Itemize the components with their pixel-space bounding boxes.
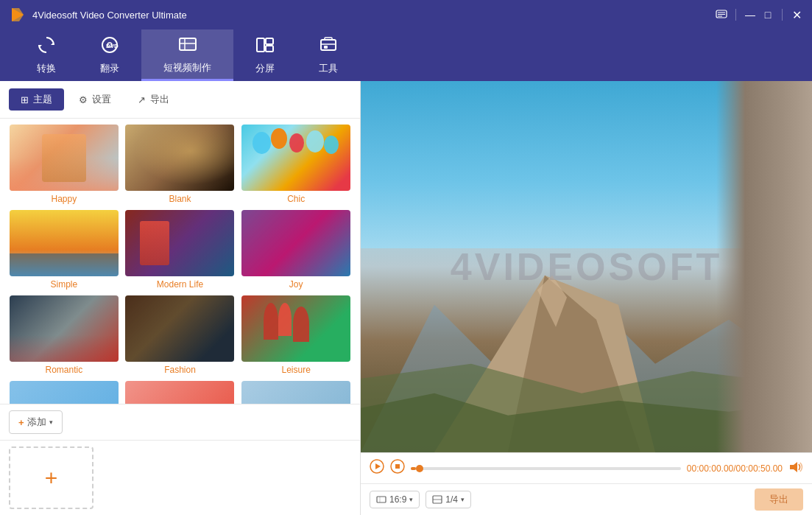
theme-joy-thumb [241, 210, 350, 276]
tab-theme[interactable]: ⊞ 主题 [9, 88, 64, 111]
theme-grid: Happy Blank [9, 125, 351, 404]
nav-dvd-label: 翻录 [100, 62, 119, 75]
theme-simple-label: Simple [50, 279, 77, 290]
controls-bar: 00:00:00.00/00:00:50.00 [361, 452, 812, 483]
theme-more3[interactable] [241, 381, 351, 404]
separator2 [782, 9, 783, 21]
svg-rect-12 [180, 38, 196, 50]
ratio-icon [376, 494, 386, 505]
tab-theme-label: 主题 [33, 93, 52, 106]
svg-rect-33 [377, 497, 386, 502]
theme-happy-thumb [10, 125, 119, 191]
theme-happy[interactable]: Happy [9, 125, 119, 204]
ratio-arrow: ▾ [409, 496, 413, 503]
close-button[interactable]: ✕ [790, 8, 803, 21]
nav-convert-label: 转换 [37, 62, 56, 75]
plus-icon: + [18, 417, 24, 428]
export-button[interactable]: 导出 [755, 488, 803, 511]
theme-modernlife[interactable]: Modern Life [125, 210, 236, 290]
progress-fill [411, 467, 416, 470]
volume-button[interactable] [788, 460, 803, 477]
add-btn-label: 添加 [27, 416, 46, 429]
video-watermark: 4VIDEOSOFT [451, 245, 722, 289]
theme-joy-label: Joy [289, 279, 303, 290]
svg-rect-15 [257, 38, 264, 52]
svg-marker-32 [790, 462, 797, 472]
left-panel: ⊞ 主题 ⚙ 设置 ↗ 导出 [0, 81, 361, 515]
chat-button[interactable] [715, 8, 728, 21]
video-preview: 4VIDEOSOFT [361, 81, 812, 452]
minimize-button[interactable]: — [744, 8, 757, 21]
tools-icon [319, 35, 338, 59]
theme-more2-thumb [125, 381, 234, 404]
segment-arrow: ▾ [461, 496, 465, 503]
nav-splitscreen[interactable]: 分屏 [233, 29, 297, 81]
theme-more1-thumb [10, 381, 119, 404]
svg-marker-29 [375, 463, 381, 469]
theme-modernlife-label: Modern Life [157, 279, 203, 290]
right-panel: 4VIDEOSOFT 00:00:00.00/00:00: [361, 81, 812, 515]
nav-splitscreen-label: 分屏 [255, 62, 275, 75]
add-button[interactable]: + 添加 ▾ [9, 410, 63, 434]
add-arrow-icon: ▾ [49, 418, 53, 426]
app-title: 4Videosoft Video Converter Ultimate [32, 10, 715, 21]
nav-dvd[interactable]: DVD 翻录 [78, 29, 141, 81]
theme-grid-container: Happy Blank [0, 119, 360, 404]
theme-chic[interactable]: Chic [241, 125, 351, 204]
theme-more3-thumb [241, 381, 350, 404]
theme-leisure-thumb [241, 295, 350, 362]
theme-simple[interactable]: Simple [9, 210, 119, 290]
media-add-box[interactable]: + [9, 446, 93, 509]
svg-marker-1 [12, 8, 24, 21]
theme-fashion-thumb [125, 295, 234, 362]
progress-dot [416, 465, 423, 472]
theme-simple-thumb [10, 210, 119, 276]
nav-convert[interactable]: 转换 [15, 29, 78, 81]
stop-button[interactable] [390, 459, 405, 477]
theme-blank-label: Blank [169, 194, 191, 204]
theme-romantic[interactable]: Romantic [9, 295, 119, 375]
svg-rect-19 [325, 38, 332, 40]
progress-bar[interactable] [411, 467, 681, 470]
svg-rect-18 [321, 40, 336, 50]
svg-marker-6 [51, 42, 54, 45]
nav-shortvideo-label: 短视频制作 [163, 61, 211, 74]
segment-selector[interactable]: 1/4 ▾ [426, 491, 471, 508]
tab-settings[interactable]: ⚙ 设置 [67, 88, 123, 111]
rock-wall [716, 81, 812, 452]
convert-icon [37, 35, 56, 59]
nav-bar: 转换 DVD 翻录 短视频制作 [0, 29, 812, 81]
shortvideo-icon [178, 35, 197, 58]
nav-tools[interactable]: 工具 [297, 29, 360, 81]
play-button[interactable] [370, 459, 384, 477]
export-icon: ↗ [138, 94, 146, 105]
nav-shortvideo[interactable]: 短视频制作 [141, 29, 233, 81]
window-controls: — □ ✕ [715, 8, 803, 21]
ratio-selector[interactable]: 16:9 ▾ [370, 491, 420, 508]
maximize-button[interactable]: □ [761, 8, 774, 21]
theme-joy[interactable]: Joy [241, 210, 351, 290]
svg-text:DVD: DVD [106, 43, 119, 49]
theme-blank[interactable]: Blank [125, 125, 236, 204]
theme-fashion[interactable]: Fashion [125, 295, 236, 375]
tab-export[interactable]: ↗ 导出 [126, 88, 181, 111]
theme-chic-label: Chic [287, 194, 305, 204]
svg-rect-21 [324, 46, 328, 49]
ratio-value: 16:9 [389, 494, 406, 505]
settings-icon: ⚙ [79, 94, 88, 105]
theme-happy-label: Happy [51, 194, 77, 204]
nav-tools-label: 工具 [319, 62, 338, 75]
title-bar: 4Videosoft Video Converter Ultimate — □ … [0, 0, 812, 29]
theme-more2[interactable] [125, 381, 236, 404]
splitscreen-icon [255, 35, 275, 59]
svg-rect-31 [395, 464, 400, 469]
theme-chic-thumb [241, 125, 350, 191]
time-current: 00:00:00.00 [687, 463, 733, 474]
bottom-left-controls: 16:9 ▾ 1/4 ▾ [370, 491, 471, 508]
time-total: 00:00:50.00 [736, 463, 783, 474]
theme-leisure[interactable]: Leisure [241, 295, 351, 375]
theme-romantic-label: Romantic [45, 365, 82, 375]
segment-icon [432, 494, 442, 505]
theme-more1[interactable] [9, 381, 119, 404]
theme-modernlife-thumb [125, 210, 234, 276]
